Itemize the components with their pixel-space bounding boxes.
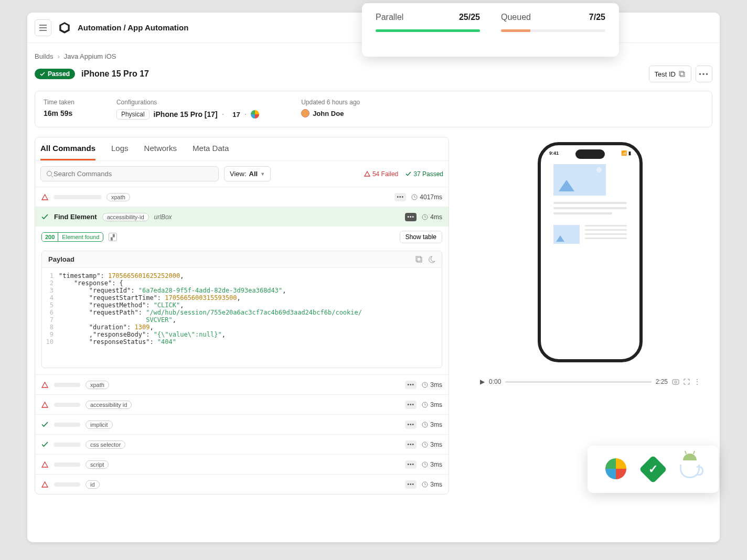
command-row[interactable]: implicit •••3ms [35,414,449,434]
command-row[interactable]: xpath ••• 4017ms [35,187,449,207]
row-menu[interactable]: ••• [405,480,417,489]
placeholder-line [553,202,627,204]
camera-icon[interactable] [672,379,679,385]
locator-pill: accessibility-id [102,213,149,221]
status-row: Passed iPhone 15 Pro 17 Test ID ••• [35,66,712,82]
command-row[interactable]: css selector •••3ms [35,434,449,454]
warning-icon [41,481,49,488]
row-menu[interactable]: ••• [405,440,417,449]
menu-button[interactable] [35,19,51,36]
clock-icon [422,382,428,388]
locator-pill: xpath [106,193,130,201]
moon-icon[interactable] [428,256,435,263]
placeholder-line [585,229,627,231]
locator-pill: accessibility id [86,401,132,409]
updated-label: Updated 6 hours ago [301,99,360,106]
payload-header: Payload [42,251,442,268]
row-menu[interactable]: ••• [405,401,417,409]
tab-all-commands[interactable]: All Commands [40,137,95,160]
video-track[interactable] [505,381,651,383]
copy-icon [679,71,686,78]
queued-value: 7/25 [589,13,605,22]
tab-networks[interactable]: Networks [144,137,177,160]
config-label: Configurations [116,99,259,106]
logo [58,21,71,35]
row-menu[interactable]: ••• [405,381,417,389]
queued-bar [501,29,605,32]
payload-code[interactable]: 1"timestamp": 1705665601625252000,2 "res… [42,268,442,368]
command-name: Find Element [54,213,97,221]
skeleton [54,462,80,467]
payload-title: Payload [48,255,74,263]
phone-content [541,145,639,244]
command-row-expanded[interactable]: Find Element accessibility-id urlBox •••… [35,207,449,227]
fullscreen-icon[interactable] [684,379,690,385]
locator-pill: id [86,480,100,489]
hamburger-icon [39,25,47,31]
locator-pill: implicit [86,421,113,429]
chevron-right-icon: › [57,52,59,60]
locator-pill: script [86,460,109,469]
row-menu[interactable]: ••• [394,193,406,201]
image-icon[interactable]: ▞ [109,233,117,241]
tab-meta-data[interactable]: Meta Data [193,137,229,160]
skeleton [54,195,101,199]
timing: 3ms [422,401,442,408]
timing: 4017ms [411,193,442,201]
command-row[interactable]: id •••3ms [35,474,449,494]
test-id-button[interactable]: Test ID [649,66,691,82]
copy-icon[interactable] [415,256,423,263]
check-icon [41,441,49,447]
svg-rect-13 [673,380,679,384]
clock-icon [422,422,428,428]
config-row: Physical iPhone 15 Pro [17] · 17 · [116,109,259,120]
appium-framework-icon [605,458,627,480]
skeleton [54,443,80,447]
timing: 3ms [422,421,442,428]
breadcrumb-root[interactable]: Builds [35,52,53,60]
locator-pill: xpath [86,381,109,389]
timing: 3ms [422,381,442,389]
warning-icon [41,461,49,468]
breadcrumb-leaf[interactable]: Java Appium iOS [64,52,116,60]
parallel-value: 25/25 [459,13,480,22]
warning-icon [41,194,49,200]
play-button[interactable]: ▶ [480,378,485,385]
page-title: Automation / App Automation [78,23,188,32]
time-taken-col: Time taken 16m 59s [44,99,74,120]
header-actions: Test ID ••• [649,66,712,82]
check-icon [41,422,49,427]
clock-icon [422,481,428,488]
command-row[interactable]: script •••3ms [35,454,449,474]
search-input[interactable] [54,170,213,178]
skeleton [54,482,80,487]
placeholder-line [585,238,627,239]
command-row[interactable]: xpath •••3ms [35,374,449,394]
row-menu[interactable]: ••• [405,421,417,429]
more-icon[interactable]: ⋮ [694,378,700,385]
time-taken-label: Time taken [44,99,74,106]
framework-icons-card: ✓ [588,446,719,493]
result-stats: 54 Failed 37 Passed [364,170,443,178]
config-chip: Physical [116,109,150,120]
search-input-wrap[interactable] [40,166,219,181]
svg-rect-0 [680,72,685,77]
queued-label: Queued [501,13,531,22]
search-icon [46,170,54,178]
row-menu[interactable]: ••• [405,213,417,221]
phone-time: 9:41 [549,150,559,156]
warning-icon [41,382,49,388]
view-dropdown[interactable]: View: All ▼ [224,166,271,181]
tab-logs[interactable]: Logs [111,137,129,160]
svg-rect-5 [417,257,422,262]
user-row: John Doe [301,109,360,117]
more-button[interactable]: ••• [696,66,712,82]
warning-icon [364,171,370,177]
row-menu[interactable]: ••• [405,460,417,469]
show-table-button[interactable]: Show table [400,231,442,243]
check-icon [40,72,45,76]
timing: 4ms [422,213,442,221]
framework-icon [251,110,259,119]
svg-rect-1 [679,71,684,76]
command-row[interactable]: accessibility id •••3ms [35,394,449,414]
